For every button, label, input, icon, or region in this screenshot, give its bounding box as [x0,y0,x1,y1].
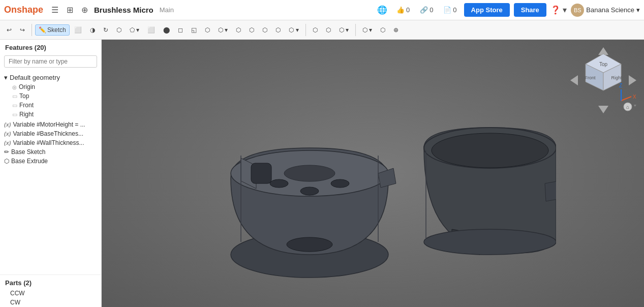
sketch-button[interactable]: ✏️ Sketch [35,24,70,36]
user-avatar: BS [571,4,584,17]
part-ccw-item[interactable]: CCW [0,289,101,298]
top-plane-item[interactable]: ▭ Top [0,91,101,101]
svg-text:Front: Front [585,75,596,80]
link-icon: 🔗 [420,6,428,14]
variable-motor-height-label: Variable #MotorHeight = ... [13,121,85,128]
viewport[interactable]: Top Front Right X Z ⌂ [102,40,644,307]
svg-marker-17 [570,75,578,85]
app-store-button[interactable]: App Store [464,3,510,17]
draft-button[interactable]: ⬡ [201,24,213,36]
base-sketch-label: Base Sketch [11,148,45,156]
document-branch: Main [160,6,174,14]
variable-wall-thickness-label: Variable #WallThickness... [13,139,84,146]
base-extrude-label: Base Extrude [11,158,48,165]
undo-button[interactable]: ↩ [3,24,15,36]
svg-point-4 [270,179,288,188]
origin-icon: ◎ [12,84,17,90]
measure-button[interactable]: ⬡ ▾ [359,24,376,36]
share-button[interactable]: Share [514,3,546,17]
sidebar: Features (20) ▾ Default geometry ◎ Origi… [0,40,102,307]
chamfer-button[interactable]: ◱ [188,24,200,36]
variable-motor-height-item[interactable]: (x) Variable #MotorHeight = ... [0,120,101,129]
cad-svg [190,56,556,290]
hamburger-menu-button[interactable]: ☰ [49,3,60,17]
loft-button[interactable]: ⬡ [113,24,125,36]
links-button[interactable]: 🔗 0 [417,5,436,15]
toolbar-separator-3 [355,24,356,36]
pattern-button[interactable]: ⬡ ▾ [285,24,302,36]
revolve-button[interactable]: ↻ [100,24,112,36]
variable-base-thickness-label: Variable #BaseThicknes... [13,130,83,137]
svg-point-6 [300,187,319,195]
shell-button[interactable]: ⬡ ▾ [214,24,231,36]
topbar: Onshape ☰ ⊞ ⊕ Brushless Micro Main 🌐 👍 0… [0,0,644,20]
variable-icon-2: (x) [4,131,11,137]
svg-text:⌂: ⌂ [626,104,629,110]
cube-button[interactable]: ⬜ [144,24,159,36]
help-button[interactable]: ❓ ▾ [550,5,567,15]
svg-point-3 [287,237,332,252]
variable-base-thickness-item[interactable]: (x) Variable #BaseThicknes... [0,129,101,138]
base-sketch-item[interactable]: ✏ Base Sketch [0,147,101,157]
extrude-button[interactable]: ◑ [86,24,99,36]
origin-label: Origin [19,83,35,90]
mirror-button[interactable]: ⬡ [272,24,284,36]
variable-wall-thickness-item[interactable]: (x) Variable #WallThickness... [0,138,101,147]
toolbar-separator-1 [32,24,32,36]
appearance-button[interactable]: ⬡ [377,24,389,36]
right-plane-label: Right [19,111,34,118]
features-header: Features (20) [0,40,101,53]
transform-button[interactable]: ⬡ [259,24,271,36]
svg-point-5 [331,179,349,188]
svg-line-22 [621,97,631,101]
front-plane-icon: ▭ [12,102,17,109]
variable-icon-1: (x) [4,121,11,128]
globe-icon-button[interactable]: 🌐 [375,3,389,17]
docs-button[interactable]: 📄 0 [440,5,459,15]
axis-button[interactable]: ⬡ [322,24,334,36]
base-extrude-item[interactable]: ⬡ Base Extrude [0,157,101,166]
cylinder-button[interactable]: ⬤ [160,24,173,36]
parts-header: Parts (2) [0,274,101,289]
user-menu[interactable]: BS Banana Science ▾ [571,4,640,17]
front-plane-item[interactable]: ▭ Front [0,101,101,110]
sketch-item-icon: ✏ [4,148,9,156]
likes-button[interactable]: 👍 0 [393,5,413,15]
cube-navigator[interactable]: Top Front Right X Z ⌂ [568,45,639,116]
mate-button[interactable]: ⬡ ▾ [335,24,352,36]
cad-model-area [102,40,644,307]
plus-button[interactable]: ⊕ [390,24,402,36]
feature-filter-input[interactable] [4,55,97,68]
filter-button[interactable]: ⊞ [65,3,75,17]
model-cw [424,128,556,255]
origin-item[interactable]: ◎ Origin [0,82,101,91]
sketch-label: Sketch [47,26,66,34]
thumbs-up-icon: 👍 [396,6,405,14]
split-button[interactable]: ⬡ [246,24,258,36]
sweep-button[interactable]: ⬠ ▾ [126,24,143,36]
variable-icon-3: (x) [4,140,11,146]
fillet-button[interactable]: ◻ [174,24,187,36]
svg-point-13 [424,229,556,255]
user-menu-chevron: ▾ [636,6,640,14]
user-name: Banana Science [586,6,634,14]
front-plane-label: Front [19,102,34,109]
new-button[interactable]: ⬜ [71,24,85,36]
svg-text:Top: Top [599,62,608,67]
default-geometry-section: ▾ Default geometry ◎ Origin ▭ Top ▭ Fron… [0,72,101,120]
boolean-button[interactable]: ⬡ [232,24,244,36]
svg-marker-28 [634,105,636,107]
svg-rect-7 [251,163,271,183]
part-cw-item[interactable]: CW [0,298,101,307]
top-plane-icon: ▭ [12,93,17,100]
plane-button[interactable]: ⬡ [309,24,321,36]
insert-button[interactable]: ⊕ [79,3,90,17]
svg-marker-18 [629,75,636,85]
document-title: Brushless Micro [94,6,154,14]
toolbar-separator-2 [305,24,306,36]
onshape-logo[interactable]: Onshape [4,5,43,15]
svg-marker-16 [598,106,608,113]
default-geometry-header[interactable]: ▾ Default geometry [0,73,101,82]
redo-button[interactable]: ↪ [16,24,28,36]
right-plane-item[interactable]: ▭ Right [0,110,101,119]
